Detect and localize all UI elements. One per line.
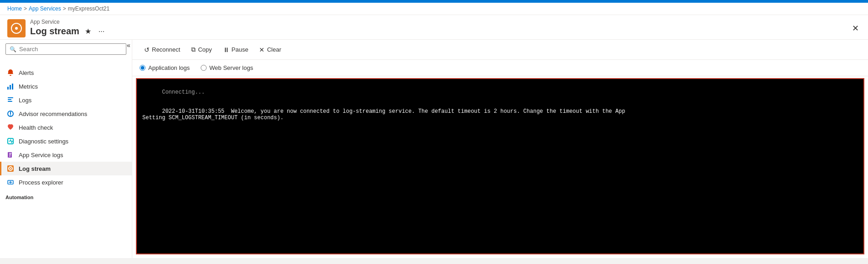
header-app-name: App Service xyxy=(30,19,106,25)
sidebar-item-alerts[interactable]: Alerts xyxy=(0,66,132,79)
logstream-icon xyxy=(7,165,14,172)
svg-rect-12 xyxy=(9,156,10,157)
svg-point-7 xyxy=(10,115,11,116)
sidebar-item-health-label: Health check xyxy=(19,124,53,131)
sidebar-item-advisor-label: Advisor recommendations xyxy=(19,111,87,117)
search-box[interactable]: 🔍 xyxy=(5,43,126,55)
sidebar-item-advisor[interactable]: Advisor recommendations xyxy=(0,107,132,121)
breadcrumb-home[interactable]: Home xyxy=(7,5,22,12)
logs-icon xyxy=(7,96,14,104)
breadcrumb: Home > App Services > myExpressOct21 xyxy=(0,3,868,15)
header-title-block: App Service Log stream ★ ··· xyxy=(30,19,106,37)
clear-button[interactable]: ✕ Clear xyxy=(255,44,286,56)
svg-rect-3 xyxy=(8,97,13,98)
page-title: Log stream xyxy=(30,26,79,37)
header-row: App Service Log stream ★ ··· ✕ xyxy=(0,15,868,40)
terminal-connecting-text: Connecting... xyxy=(162,89,205,95)
svg-rect-10 xyxy=(9,153,11,154)
sidebar-item-logstream-label: Log stream xyxy=(19,165,51,172)
star-icon: ★ xyxy=(85,27,91,36)
app-icon-dot xyxy=(15,27,18,30)
web-server-logs-label: Web Server logs xyxy=(209,64,253,71)
favorite-button[interactable]: ★ xyxy=(83,25,93,37)
svg-rect-4 xyxy=(8,99,11,100)
close-button[interactable]: ✕ xyxy=(850,21,861,35)
pause-icon: ⏸ xyxy=(223,46,229,53)
sidebar-item-alerts-label: Alerts xyxy=(19,69,34,76)
breadcrumb-sep2: > xyxy=(63,5,66,12)
svg-rect-5 xyxy=(8,101,12,102)
more-options-button[interactable]: ··· xyxy=(97,26,106,37)
copy-icon: ⧉ xyxy=(191,46,196,53)
sidebar-item-processexplorer[interactable]: Process explorer xyxy=(0,175,132,189)
sidebar: 🔍 « Alerts M xyxy=(0,40,132,258)
copy-label: Copy xyxy=(198,46,212,53)
sidebar-item-metrics-label: Metrics xyxy=(19,83,38,90)
sidebar-item-logs-label: Logs xyxy=(19,97,31,104)
sidebar-item-diagnostic[interactable]: Diagnostic settings xyxy=(0,134,132,148)
applog-icon xyxy=(7,151,14,158)
svg-rect-1 xyxy=(10,85,11,90)
bell-icon xyxy=(7,69,14,76)
sidebar-automation-label: Automation xyxy=(0,189,132,202)
pause-label: Pause xyxy=(232,46,249,53)
application-logs-label: Application logs xyxy=(148,64,190,71)
toolbar: ↺ Reconnect ⧉ Copy ⏸ Pause ✕ Clear xyxy=(132,40,868,60)
clear-icon: ✕ xyxy=(259,46,265,53)
sidebar-item-metrics[interactable]: Metrics xyxy=(0,79,132,93)
sidebar-item-appservicelogs[interactable]: App Service logs xyxy=(0,148,132,162)
header-title-row: Log stream ★ ··· xyxy=(30,25,106,37)
copy-button[interactable]: ⧉ Copy xyxy=(187,43,216,56)
svg-point-15 xyxy=(10,168,11,169)
app-icon xyxy=(7,19,26,37)
reconnect-button[interactable]: ↺ Reconnect xyxy=(140,44,185,56)
application-logs-radio[interactable] xyxy=(140,65,146,71)
breadcrumb-sep1: > xyxy=(24,5,27,12)
breadcrumb-appservices[interactable]: App Services xyxy=(29,5,61,12)
svg-rect-2 xyxy=(12,84,13,90)
svg-rect-0 xyxy=(7,87,9,90)
sidebar-item-appservicelogs-label: App Service logs xyxy=(19,152,63,158)
close-icon: ✕ xyxy=(852,23,859,33)
sidebar-item-logs[interactable]: Logs xyxy=(0,93,132,107)
log-type-row: Application logs Web Server logs xyxy=(132,60,868,76)
web-server-logs-radio[interactable] xyxy=(201,65,207,71)
sidebar-item-processexplorer-label: Process explorer xyxy=(19,179,63,186)
reconnect-label: Reconnect xyxy=(152,46,180,53)
sidebar-item-logstream[interactable]: Log stream xyxy=(0,162,132,175)
application-logs-option[interactable]: Application logs xyxy=(140,64,190,71)
breadcrumb-appname: myExpressOct21 xyxy=(68,5,109,12)
app-icon-inner xyxy=(11,23,22,34)
main-layout: 🔍 « Alerts M xyxy=(0,40,868,258)
diagnostic-icon xyxy=(7,137,14,145)
sidebar-collapse-button[interactable]: « xyxy=(127,42,130,49)
header-actions: ✕ xyxy=(850,21,861,35)
terminal-message: 2022-10-31T10:35:55 Welcome, you are now… xyxy=(142,108,625,121)
process-icon xyxy=(7,179,14,186)
sidebar-monitoring-label xyxy=(0,58,132,66)
reconnect-icon: ↺ xyxy=(144,46,150,53)
content-area: ↺ Reconnect ⧉ Copy ⏸ Pause ✕ Clear Appli… xyxy=(132,40,868,258)
search-icon: 🔍 xyxy=(10,46,16,53)
header-left: App Service Log stream ★ ··· xyxy=(7,19,106,37)
ellipsis-icon: ··· xyxy=(99,27,104,36)
sidebar-item-health[interactable]: Health check xyxy=(0,121,132,134)
sidebar-item-diagnostic-label: Diagnostic settings xyxy=(19,138,68,145)
svg-rect-11 xyxy=(9,154,11,155)
terminal-area: Connecting... 2022-10-31T10:35:55 Welcom… xyxy=(136,78,864,254)
web-server-logs-option[interactable]: Web Server logs xyxy=(201,64,253,71)
heart-icon xyxy=(7,124,14,131)
advisor-icon xyxy=(7,110,14,117)
search-input[interactable] xyxy=(19,46,122,53)
pause-button[interactable]: ⏸ Pause xyxy=(218,44,253,56)
chart-icon xyxy=(7,83,14,90)
clear-label: Clear xyxy=(267,46,281,53)
